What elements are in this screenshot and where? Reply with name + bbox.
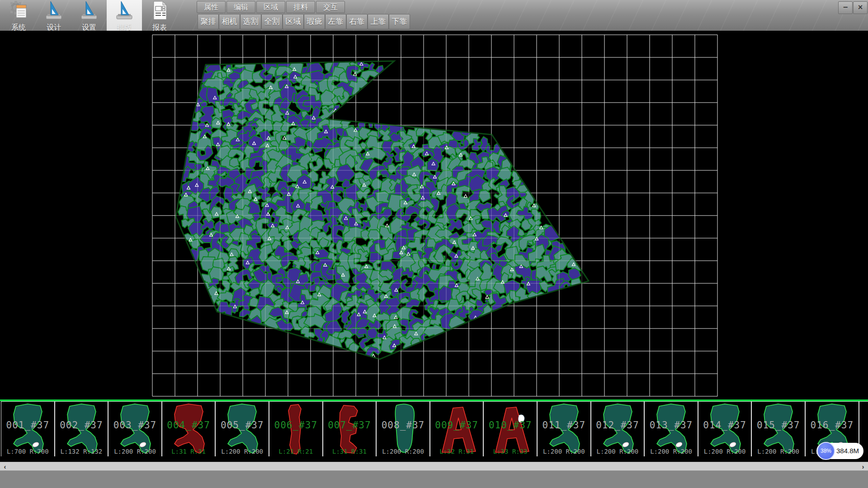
filmstrip-piece-004_#37[interactable]: 004_#37L:31 R:31 [162, 401, 216, 457]
scroll-left-arrow-icon[interactable]: ‹ [1, 462, 9, 471]
piece-id-label: 013_#37 [645, 420, 698, 431]
tool-button-聚排[interactable]: 聚排 [198, 14, 219, 29]
filmstrip-piece-007_#37[interactable]: 007_#37L:31 R:31 [323, 401, 377, 457]
piece-lr-count-label: L:200 R:200 [591, 448, 644, 455]
piece-id-label: 016_#37 [806, 420, 859, 431]
nesting-canvas-svg [0, 31, 868, 399]
close-button[interactable]: × [853, 1, 868, 14]
piece-id-label: 003_#37 [108, 420, 161, 431]
report-doc-icon [149, 0, 170, 23]
minimize-button[interactable]: − [838, 1, 853, 14]
tool-button-瑕疵[interactable]: 瑕疵 [304, 14, 325, 29]
system-gear-icon [8, 0, 29, 23]
piece-id-label: 004_#37 [162, 420, 215, 431]
piece-id-label: 006_#37 [269, 420, 322, 431]
filmstrip-piece-005_#37[interactable]: 005_#37L:200 R:200 [215, 401, 269, 457]
piece-id-label: 014_#37 [698, 420, 751, 431]
filmstrip-piece-009_#37[interactable]: 009_#37L:32 R:31 [430, 401, 484, 457]
tool-button-区域[interactable]: 区域 [283, 14, 304, 29]
horizontal-scrollbar[interactable]: ‹ › [0, 462, 868, 471]
filmstrip-piece-002_#37[interactable]: 002_#37L:132 R:132 [55, 401, 108, 457]
memory-usage-label: 384.8M [836, 443, 859, 459]
menu-button-属性[interactable]: 属性 [197, 1, 226, 13]
mode-button-设置[interactable]: 设置 [71, 0, 107, 31]
piece-lr-count-label: L:200 R:200 [538, 448, 590, 455]
mode-button-报表[interactable]: 报表 [142, 0, 177, 31]
piece-lr-count-label: L:132 R:132 [55, 448, 108, 455]
piece-id-label: 015_#37 [752, 420, 805, 431]
menu-button-排料[interactable]: 排料 [286, 1, 315, 13]
piece-id-label: 001_#37 [1, 420, 54, 431]
cpu-percent-badge: 38% [817, 442, 835, 460]
piece-id-label: 002_#37 [55, 420, 108, 431]
application-window: 系统 设计 设置 排版 报表 属性编辑区域排料交互 聚排相机选割全割区域瑕疵左靠… [0, 0, 868, 488]
filmstrip-piece-015_#37[interactable]: 015_#37L:200 R:200 [751, 401, 805, 457]
nesting-canvas[interactable] [0, 31, 868, 399]
piece-lr-count-label: L:700 R:700 [1, 448, 54, 455]
performance-badge: 38% 384.8M [816, 443, 863, 459]
menu-button-区域[interactable]: 区域 [256, 1, 285, 13]
tool-button-全割[interactable]: 全割 [261, 14, 283, 29]
piece-id-label: 010_#37 [484, 420, 537, 431]
piece-filmstrip: 001_#37L:700 R:700002_#37L:132 R:132003_… [0, 399, 868, 456]
filmstrip-piece-001_#37[interactable]: 001_#37L:700 R:700 [1, 401, 55, 457]
piece-lr-count-label: L:31 R:31 [323, 448, 376, 455]
scroll-right-arrow-icon[interactable]: › [859, 462, 867, 471]
tool-button-上靠[interactable]: 上靠 [368, 14, 389, 29]
bottom-gap [0, 456, 868, 462]
piece-lr-count-label: L:200 R:200 [377, 448, 429, 455]
piece-lr-count-label: L:200 R:200 [698, 448, 751, 455]
piece-lr-count-label: L:200 R:200 [645, 448, 698, 455]
tool-button-左靠[interactable]: 左靠 [325, 14, 346, 29]
piece-id-label: 011_#37 [538, 420, 590, 431]
piece-lr-count-label: L:200 R:200 [108, 448, 161, 455]
filmstrip-piece-011_#37[interactable]: 011_#37L:200 R:200 [537, 401, 591, 457]
piece-lr-count-label: L:32 R:31 [430, 448, 483, 455]
mode-button-排版[interactable]: 排版 [107, 0, 142, 31]
layout-ruler-icon [114, 0, 135, 23]
filmstrip-piece-008_#37[interactable]: 008_#37L:200 R:200 [376, 401, 430, 457]
piece-id-label: 012_#37 [591, 420, 644, 431]
filmstrip-piece-006_#37[interactable]: 006_#37L:21 R:21 [269, 401, 323, 457]
piece-lr-count-label: L:21 R:21 [269, 448, 322, 455]
tool-button-右靠[interactable]: 右靠 [346, 14, 368, 29]
piece-id-label: 008_#37 [377, 420, 429, 431]
piece-lr-count-label: L:33 R:33 [484, 448, 537, 455]
piece-lr-count-label: L:200 R:200 [216, 448, 269, 455]
filmstrip-piece-012_#37[interactable]: 012_#37L:200 R:200 [591, 401, 645, 457]
piece-lr-count-label: L:200 R:200 [752, 448, 805, 455]
filmstrip-piece-010_#37[interactable]: 010_#37L:33 R:33 [483, 401, 537, 457]
tool-button-下靠[interactable]: 下靠 [389, 14, 410, 29]
filmstrip-piece-013_#37[interactable]: 013_#37L:200 R:200 [644, 401, 698, 457]
settings-ruler-icon [79, 0, 99, 23]
piece-lr-count-label: L:31 R:31 [162, 448, 215, 455]
mode-button-设计[interactable]: 设计 [36, 0, 71, 31]
mode-button-系统[interactable]: 系统 [1, 0, 36, 31]
filmstrip-piece-003_#37[interactable]: 003_#37L:200 R:200 [108, 401, 162, 457]
menu-button-编辑[interactable]: 编辑 [226, 1, 255, 13]
tool-button-选割[interactable]: 选割 [240, 14, 261, 29]
design-ruler-icon [43, 0, 64, 23]
piece-id-label: 009_#37 [430, 420, 483, 431]
filmstrip-piece-014_#37[interactable]: 014_#37L:200 R:200 [698, 401, 752, 457]
tool-button-相机[interactable]: 相机 [219, 14, 240, 29]
menu-button-交互[interactable]: 交互 [316, 1, 345, 13]
piece-id-label: 005_#37 [216, 420, 269, 431]
ribbon-toolbar: 系统 设计 设置 排版 报表 属性编辑区域排料交互 聚排相机选割全割区域瑕疵左靠… [0, 0, 868, 31]
piece-id-label: 007_#37 [323, 420, 376, 431]
status-bar [0, 470, 868, 488]
